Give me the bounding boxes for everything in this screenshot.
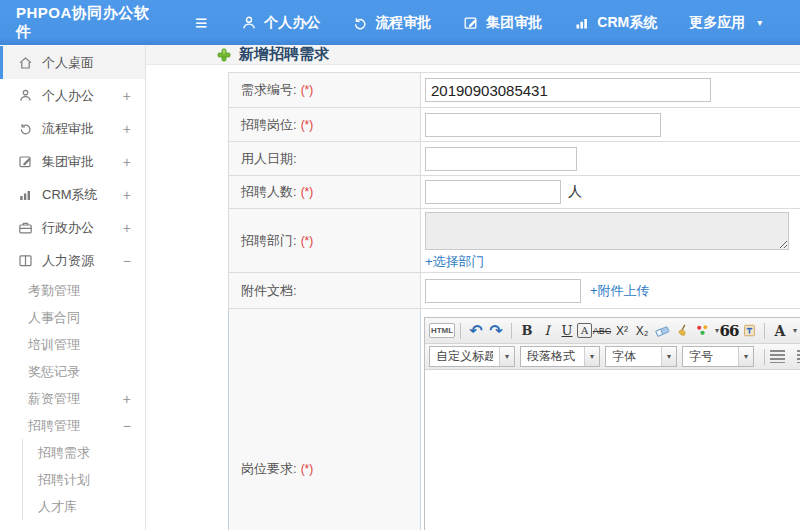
top-navbar: PHPOA协同办公软件 ≡ 个人办公 流程审批 集团审批 CRM系统 <box>0 0 800 45</box>
sidebar-item-training[interactable]: 培训管理 <box>0 331 145 358</box>
sidebar-item-label: 人力资源 <box>42 252 123 270</box>
form-row-demand-number: 需求编号: (*) <box>228 73 800 108</box>
color-palette-icon[interactable] <box>692 321 712 341</box>
nav-item-crm[interactable]: CRM系统 <box>574 14 657 32</box>
hire-date-input[interactable] <box>425 147 577 171</box>
demand-number-input[interactable] <box>425 78 711 102</box>
add-plus-icon <box>217 48 231 62</box>
sidebar-item-personal-office[interactable]: 个人办公 + <box>0 79 145 112</box>
sidebar-item-attendance[interactable]: 考勤管理 <box>0 277 145 304</box>
sidebar-item-label: 集团审批 <box>42 153 123 171</box>
redo-icon[interactable]: ↷ <box>486 321 506 341</box>
sidebar-item-recruit-mgmt[interactable]: 招聘管理 − <box>0 412 145 439</box>
chart-icon <box>574 15 590 31</box>
position-input[interactable] <box>425 113 661 137</box>
blockquote-button[interactable]: 66 <box>719 321 739 341</box>
sidebar-item-workflow-approval[interactable]: 流程审批 + <box>0 112 145 145</box>
nav-label: 流程审批 <box>375 14 431 32</box>
form-area: 需求编号: (*) 招聘岗位: (*) <box>146 65 800 530</box>
recruit-demand-form: 需求编号: (*) 招聘岗位: (*) <box>228 72 800 530</box>
caret-down-icon: ▾ <box>499 347 514 366</box>
department-textarea[interactable] <box>425 212 789 250</box>
sidebar-item-group-approval[interactable]: 集团审批 + <box>0 145 145 178</box>
expand-plus-icon[interactable]: + <box>123 88 131 104</box>
sidebar-item-rewards[interactable]: 奖惩记录 <box>0 358 145 385</box>
nav-item-group-approval[interactable]: 集团审批 <box>463 14 542 32</box>
attachment-input[interactable] <box>425 279 581 303</box>
sidebar-item-hr-contract[interactable]: 人事合同 <box>0 304 145 331</box>
attachment-upload-link[interactable]: +附件上传 <box>590 282 650 300</box>
caret-down-icon: ▾ <box>757 17 762 28</box>
subscript-button[interactable]: X₂ <box>632 321 652 341</box>
font-family-select[interactable]: 字体 ▾ <box>605 346 677 367</box>
expand-plus-icon[interactable]: + <box>123 220 131 236</box>
job-requirements-editor-area[interactable] <box>425 370 800 530</box>
nav-item-workflow-approval[interactable]: 流程审批 <box>352 14 431 32</box>
expand-plus-icon[interactable]: + <box>123 187 131 203</box>
sidebar-item-label: 流程审批 <box>42 120 123 138</box>
expand-plus-icon[interactable]: + <box>123 154 131 170</box>
underline-button[interactable]: U <box>557 321 577 341</box>
caret-down-icon: ▾ <box>661 347 676 366</box>
sidebar-item-hr[interactable]: 人力资源 − <box>0 244 145 277</box>
paragraph-format-select[interactable]: 段落格式 ▾ <box>520 346 600 367</box>
sidebar-item-salary[interactable]: 薪资管理 + <box>0 385 145 412</box>
required-mark: (*) <box>301 234 314 248</box>
form-row-attachment: 附件文档: +附件上传 <box>228 273 800 309</box>
rich-text-editor: HTML ↶ ↷ B I U A ABC X² <box>424 317 800 530</box>
field-label: 岗位要求: <box>241 460 297 478</box>
collapse-minus-icon[interactable]: − <box>123 253 131 269</box>
strikethrough-button[interactable]: ABC <box>592 321 612 341</box>
chart-icon <box>18 187 33 202</box>
field-label: 招聘岗位: <box>241 116 297 134</box>
align-left-icon[interactable] <box>770 350 785 363</box>
font-style-button[interactable]: A <box>577 323 592 338</box>
sidebar-item-recruit-plan[interactable]: 招聘计划 <box>23 466 145 493</box>
required-mark: (*) <box>301 462 314 476</box>
headcount-input[interactable] <box>425 180 561 204</box>
sidebar-item-recruit-demand[interactable]: 招聘需求 <box>23 439 145 466</box>
caret-down-icon[interactable]: ▾ <box>793 326 797 335</box>
clean-format-broom-icon[interactable] <box>672 321 692 341</box>
caret-down-icon: ▾ <box>584 347 599 366</box>
sidebar-item-crm[interactable]: CRM系统 + <box>0 178 145 211</box>
page-header: 新增招聘需求 <box>146 45 800 65</box>
paste-text-icon[interactable] <box>739 321 759 341</box>
nav-item-personal-office[interactable]: 个人办公 <box>241 14 320 32</box>
page-title: 新增招聘需求 <box>239 45 329 64</box>
field-label: 招聘人数: <box>241 183 297 201</box>
nav-item-more-apps[interactable]: 更多应用 ▾ <box>689 14 762 32</box>
expand-plus-icon[interactable]: + <box>123 391 131 407</box>
sidebar-item-talent-pool[interactable]: 人才库 <box>23 493 145 520</box>
italic-button[interactable]: I <box>537 321 557 341</box>
caret-down-icon: ▾ <box>738 347 753 366</box>
hamburger-icon[interactable]: ≡ <box>195 12 207 33</box>
collapse-minus-icon[interactable]: − <box>123 418 131 434</box>
flow-icon <box>352 15 368 31</box>
sidebar-item-label: CRM系统 <box>42 186 123 204</box>
home-icon <box>18 55 33 70</box>
person-icon <box>18 88 33 103</box>
person-icon <box>241 15 257 31</box>
superscript-button[interactable]: X² <box>612 321 632 341</box>
form-row-job-requirements: 岗位要求: (*) HTML ↶ ↷ B I <box>228 309 800 530</box>
top-nav-items: 个人办公 流程审批 集团审批 CRM系统 更多应用 ▾ <box>241 14 794 32</box>
sidebar-item-personal-desktop[interactable]: 个人桌面 <box>0 46 145 79</box>
briefcase-icon <box>18 220 33 235</box>
sidebar-recruit-submenu: 招聘需求 招聘计划 人才库 <box>22 439 145 520</box>
sidebar-item-admin-office[interactable]: 行政办公 + <box>0 211 145 244</box>
sidebar-item-label: 个人办公 <box>42 87 123 105</box>
editor-toolbar-row2: 自定义标题 ▾ 段落格式 ▾ 字体 ▾ <box>425 344 800 370</box>
eraser-icon[interactable] <box>652 321 672 341</box>
undo-icon[interactable]: ↶ <box>466 321 486 341</box>
font-size-select[interactable]: 字号 ▾ <box>682 346 754 367</box>
edit-icon <box>18 154 33 169</box>
custom-title-select[interactable]: 自定义标题 ▾ <box>429 346 515 367</box>
font-color-button[interactable]: A <box>770 321 790 341</box>
required-mark: (*) <box>301 185 314 199</box>
bold-button[interactable]: B <box>517 321 537 341</box>
select-department-link[interactable]: +选择部门 <box>425 253 485 271</box>
form-row-headcount: 招聘人数: (*) 人 <box>228 176 800 209</box>
expand-plus-icon[interactable]: + <box>123 121 131 137</box>
html-source-button[interactable]: HTML <box>429 323 455 338</box>
